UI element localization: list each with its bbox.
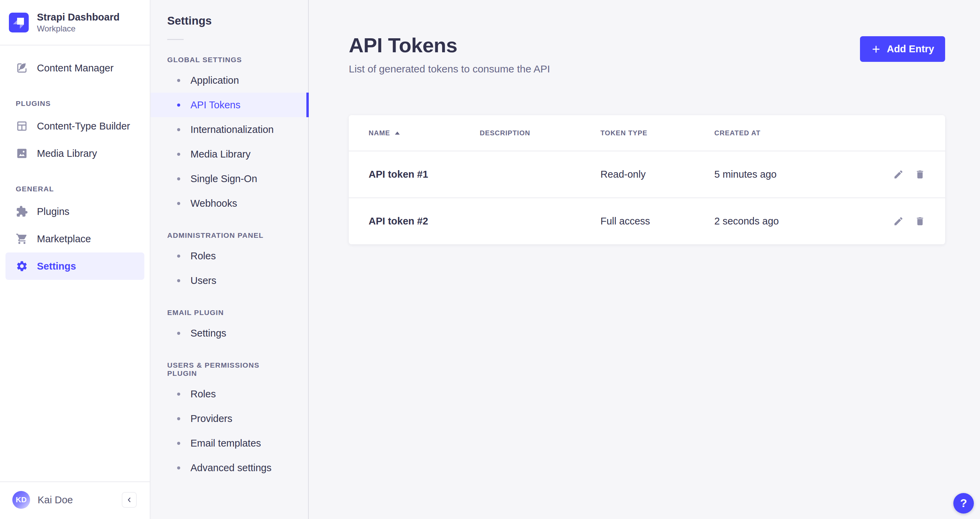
subnav-item-api-tokens[interactable]: API Tokens <box>150 93 308 117</box>
table-row[interactable]: API token #1 Read-only 5 minutes ago <box>349 151 945 197</box>
subnav-item-providers[interactable]: Providers <box>150 406 308 431</box>
column-header-label: TOKEN TYPE <box>600 129 647 137</box>
row-actions <box>893 216 925 227</box>
subnav-item-roles-up[interactable]: Roles <box>150 382 308 406</box>
sidebar-item-marketplace[interactable]: Marketplace <box>5 225 144 252</box>
subnav-item-label: Roles <box>191 389 216 400</box>
table-row[interactable]: API token #2 Full access 2 seconds ago <box>349 197 945 244</box>
bullet-icon <box>177 103 180 106</box>
row-actions <box>893 169 925 180</box>
brand-text: Strapi Dashboard Workplace <box>37 11 120 34</box>
brand-subtitle: Workplace <box>37 23 120 34</box>
sidebar-item-label: Settings <box>37 261 76 272</box>
bullet-icon <box>177 442 180 445</box>
subnav-section-users-permissions-plugin: USERS & PERMISSIONS PLUGIN <box>167 361 291 378</box>
subnav-item-single-sign-on[interactable]: Single Sign-On <box>150 167 308 191</box>
subnav-section-global-settings: GLOBAL SETTINGS <box>167 56 291 64</box>
strapi-logo-icon <box>9 13 29 32</box>
subnav-item-label: Providers <box>191 413 232 424</box>
pencil-icon <box>893 169 904 180</box>
delete-token-button[interactable] <box>915 216 925 227</box>
page-header: API Tokens List of generated tokens to c… <box>349 33 945 75</box>
sort-ascending-icon <box>395 132 400 135</box>
sidebar-section-plugins: PLUGINS <box>16 99 144 108</box>
subnav-section-administration-panel: ADMINISTRATION PANEL <box>167 231 291 240</box>
bullet-icon <box>177 332 180 335</box>
sidebar-nav: Content Manager PLUGINS Content-Type Bui… <box>0 46 150 481</box>
bullet-icon <box>177 254 180 258</box>
subnav-item-label: API Tokens <box>191 99 240 111</box>
column-header-label: CREATED AT <box>714 129 760 137</box>
subnav-item-label: Email templates <box>191 438 261 449</box>
puzzle-icon <box>16 205 28 217</box>
shopping-cart-icon <box>16 233 28 245</box>
column-header-token-type[interactable]: TOKEN TYPE <box>600 129 714 137</box>
token-name-cell: API token #2 <box>369 216 480 227</box>
bullet-icon <box>177 467 180 470</box>
subnav-item-application[interactable]: Application <box>150 68 308 93</box>
collapse-sidebar-button[interactable] <box>122 492 137 508</box>
sidebar-footer: KD Kai Doe <box>0 481 150 519</box>
subnav-item-media-library[interactable]: Media Library <box>150 142 308 167</box>
bullet-icon <box>177 79 180 82</box>
add-entry-button[interactable]: Add Entry <box>860 36 945 62</box>
sidebar-item-media-library[interactable]: Media Library <box>5 140 144 167</box>
delete-token-button[interactable] <box>915 169 925 180</box>
chevron-left-icon <box>126 496 133 504</box>
token-created-at-cell: 5 minutes ago <box>714 169 893 180</box>
token-created-at-cell: 2 seconds ago <box>714 216 893 227</box>
subnav-item-label: Webhooks <box>191 198 237 209</box>
page-header-text: API Tokens List of generated tokens to c… <box>349 33 550 75</box>
sidebar-item-plugins[interactable]: Plugins <box>5 198 144 225</box>
sidebar-item-content-manager[interactable]: Content Manager <box>5 54 144 82</box>
edit-token-button[interactable] <box>893 169 904 180</box>
trash-icon <box>915 216 925 227</box>
column-header-name[interactable]: NAME <box>369 129 480 137</box>
main-content: API Tokens List of generated tokens to c… <box>309 0 980 519</box>
subnav-title: Settings <box>167 14 308 27</box>
bullet-icon <box>177 202 180 205</box>
column-header-description[interactable]: DESCRIPTION <box>480 129 600 137</box>
subnav-item-advanced-settings[interactable]: Advanced settings <box>150 456 308 480</box>
avatar[interactable]: KD <box>12 491 30 509</box>
help-button[interactable]: ? <box>953 493 974 514</box>
subnav-item-internationalization[interactable]: Internationalization <box>150 117 308 142</box>
subnav-item-label: Single Sign-On <box>191 173 257 184</box>
edit-token-button[interactable] <box>893 216 904 227</box>
workspace-brand[interactable]: Strapi Dashboard Workplace <box>0 0 150 46</box>
sidebar-item-settings[interactable]: Settings <box>5 252 144 280</box>
column-header-label: DESCRIPTION <box>480 129 530 137</box>
token-type-cell: Full access <box>600 216 714 227</box>
bullet-icon <box>177 279 180 282</box>
bullet-icon <box>177 177 180 180</box>
plus-icon <box>871 44 881 54</box>
sidebar-item-label: Content Manager <box>37 62 113 74</box>
bullet-icon <box>177 393 180 396</box>
brand-title: Strapi Dashboard <box>37 11 120 23</box>
subnav-divider <box>167 39 184 40</box>
settings-subnav: Settings GLOBAL SETTINGS Application API… <box>150 0 309 519</box>
bullet-icon <box>177 417 180 420</box>
subnav-item-webhooks[interactable]: Webhooks <box>150 191 308 216</box>
sidebar-section-general: GENERAL <box>16 185 144 193</box>
pencil-icon <box>893 216 904 227</box>
add-entry-label: Add Entry <box>887 43 934 55</box>
gear-icon <box>16 260 28 272</box>
trash-icon <box>915 169 925 180</box>
subnav-item-email-templates[interactable]: Email templates <box>150 431 308 456</box>
avatar-initials: KD <box>16 495 27 504</box>
user-name: Kai Doe <box>38 494 73 506</box>
page-subtitle: List of generated tokens to consume the … <box>349 63 550 75</box>
subnav-item-email-settings[interactable]: Settings <box>150 321 308 346</box>
strapi-admin-app: Strapi Dashboard Workplace Content Manag… <box>0 0 980 519</box>
image-icon <box>16 147 28 160</box>
subnav-item-label: Application <box>191 75 239 86</box>
token-type-cell: Read-only <box>600 169 714 180</box>
column-header-created-at[interactable]: CREATED AT <box>714 129 925 137</box>
subnav-item-users[interactable]: Users <box>150 268 308 293</box>
sidebar-item-content-type-builder[interactable]: Content-Type Builder <box>5 113 144 140</box>
bullet-icon <box>177 153 180 156</box>
sidebar-item-label: Marketplace <box>37 233 91 244</box>
subnav-item-roles-admin[interactable]: Roles <box>150 244 308 268</box>
subnav-item-label: Media Library <box>191 149 251 160</box>
